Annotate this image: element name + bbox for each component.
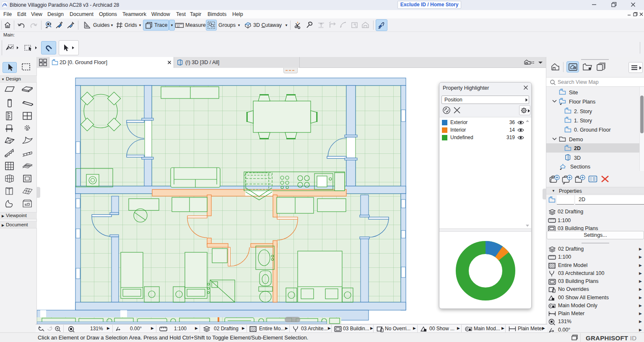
svg-text:12: 12 — [177, 25, 180, 28]
